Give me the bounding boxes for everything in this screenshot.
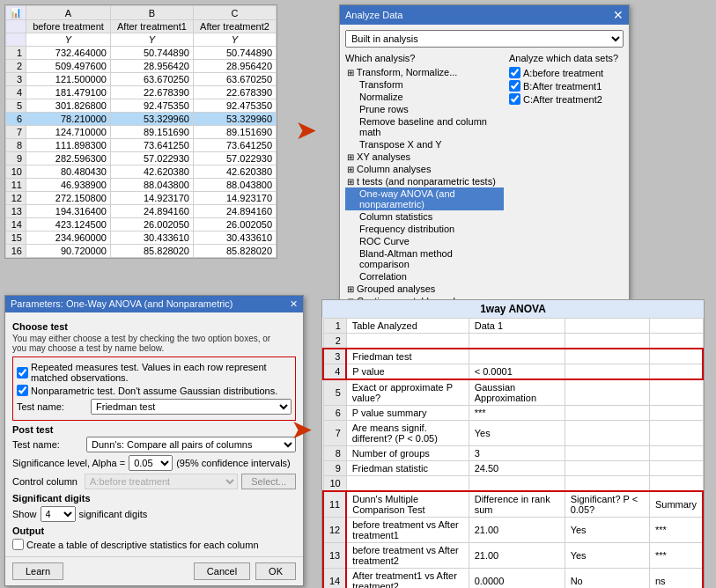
col-b-header: B [110,6,193,20]
output-checkbox-row[interactable]: Create a table of descriptive statistics… [12,538,296,551]
results-col2 [469,476,565,492]
dataset-checkbox-row[interactable]: C:After treatment2 [509,92,624,106]
params-title-bar: Parameters: One-Way ANOVA (and Nonparame… [5,296,303,312]
tree-item[interactable]: ⊞ Column analyses [345,163,504,175]
params-title: Parameters: One-Way ANOVA (and Nonparame… [11,298,233,310]
table-row: 2 509.497600 28.956420 28.956420 [6,60,277,73]
digits-suffix: significant digits [79,509,148,519]
results-col1 [346,476,469,492]
cell-b: 53.329960 [110,113,193,126]
tree-item[interactable]: Remove baseline and column math [345,115,504,138]
results-title: 1way ANOVA [322,300,704,318]
row-num: 14 [323,569,346,589]
learn-button[interactable]: Learn [12,562,63,580]
results-col3 [565,406,649,421]
tree-item[interactable]: ⊞ XY analyses [345,151,504,163]
results-row: 7 Are means signif. different? (P < 0.05… [323,421,703,446]
results-col2: < 0.0001 [469,364,565,380]
tree-item[interactable]: Transform [345,78,504,91]
cell-a: 90.720000 [26,245,111,258]
tree-item[interactable]: ⊞ Grouped analyses [345,283,504,295]
results-col4 [649,446,703,461]
cell-b: 26.002050 [110,218,193,232]
params-close-button[interactable]: ✕ [290,298,298,310]
row-num: 11 [323,491,346,518]
cell-b: 73.641250 [110,139,193,152]
output-checkbox[interactable] [12,539,24,550]
test-name-select[interactable]: Friedman test [91,399,292,415]
results-row: 2 [323,334,703,349]
tree-item[interactable]: One-way ANOVA (and nonparametric) [345,187,504,210]
cell-b: 42.620380 [110,165,193,179]
results-col4 [649,319,703,334]
col-a-header: A [26,6,111,20]
tree-item[interactable]: ROC Curve [345,235,504,247]
dataset-checkbox-row[interactable]: A:before treatment [509,66,624,79]
row-num: 12 [323,518,346,543]
results-col3 [565,364,649,380]
results-row: 9 Friedman statistic 24.50 [323,461,703,476]
row-num: 2 [323,334,346,349]
cell-c: 22.678390 [193,86,276,99]
tree-item[interactable]: Transpose X and Y [345,138,504,151]
table-row: 4 181.479100 22.678390 22.678390 [6,86,277,99]
analyze-dropdown[interactable]: Built in analysis [345,30,624,48]
repeated-measures-checkbox-row[interactable]: Repeated measures test. Values in each r… [17,361,292,384]
tree-item[interactable]: Frequency distribution [345,223,504,235]
results-table: 1 Table Analyzed Data 1 2 3 Friedman tes… [322,318,704,588]
results-panel: 1way ANOVA 1 Table Analyzed Data 1 2 3 F… [321,299,705,588]
results-col1: Table Analyzed [346,319,469,334]
analyze-close-button[interactable]: ✕ [613,8,624,22]
tree-item[interactable]: Normalize [345,91,504,103]
results-col4 [649,349,703,364]
nonparam-checkbox-row[interactable]: Nonparametric test. Don't assume Gaussia… [17,384,292,397]
cell-c: 92.475350 [193,99,276,113]
row-num: 9 [6,152,26,165]
col-c-header: C [193,6,276,20]
repeated-measures-label: Repeated measures test. Values in each r… [31,362,292,383]
choose-test-section: Choose test [12,321,296,332]
which-datasets-label: Analyze which data sets? [509,53,624,63]
dataset-checkbox[interactable] [509,93,520,105]
params-buttons: Learn Cancel OK [5,556,303,585]
tree-item[interactable]: Bland-Altman method comparison [345,247,504,270]
show-digits-row: Show 4 significant digits [12,506,296,522]
results-col2: 0.0000 [469,569,565,589]
tree-item[interactable]: Correlation [345,270,504,283]
nonparam-label: Nonparametric test. Don't assume Gaussia… [31,386,277,396]
post-test-row: Test name: Dunn's: Compare all pairs of … [12,437,296,452]
cell-b: 88.043800 [110,179,193,192]
results-col2: 21.00 [469,543,565,569]
digits-select[interactable]: 4 [41,506,76,522]
cancel-button[interactable]: Cancel [194,562,250,580]
results-col4 [649,476,703,492]
row-num: 3 [323,349,346,364]
tree-item[interactable]: ⊞ Transform, Normalize... [345,66,504,78]
results-col1: After treatment1 vs After treatment2 [346,569,469,589]
dataset-checkbox[interactable] [509,80,520,92]
cell-a: 234.960000 [26,232,111,245]
spreadsheet: 📊 A B C before treatment After treatment… [4,4,277,259]
ok-button[interactable]: OK [255,562,296,580]
row-num: 7 [323,421,346,446]
cell-a: 46.938900 [26,179,111,192]
results-row: 3 Friedman test [323,349,703,364]
results-col2: Data 1 [469,319,565,334]
cell-b: 92.475350 [110,99,193,113]
nonparam-checkbox[interactable] [17,385,28,396]
tree-item[interactable]: Column statistics [345,210,504,223]
tree-item[interactable]: Prune rows [345,103,504,115]
row-num: 8 [323,446,346,461]
cell-c: 30.433610 [193,232,276,245]
test-name-label: Test name: [17,401,87,412]
repeated-measures-checkbox[interactable] [17,367,28,379]
cell-b: 89.151690 [110,126,193,139]
tree-item[interactable]: ⊞ t tests (and nonparametric tests) [345,175,504,187]
results-col3: Yes [565,543,649,569]
sig-level-select[interactable]: 0.05 [129,455,173,471]
results-col1: before treatment vs After treatment2 [346,543,469,569]
post-test-select[interactable]: Dunn's: Compare all pairs of columns [86,437,296,452]
dataset-checkbox[interactable] [509,67,520,78]
row-num: 6 [6,113,26,126]
dataset-checkbox-row[interactable]: B:After treatment1 [509,79,624,92]
